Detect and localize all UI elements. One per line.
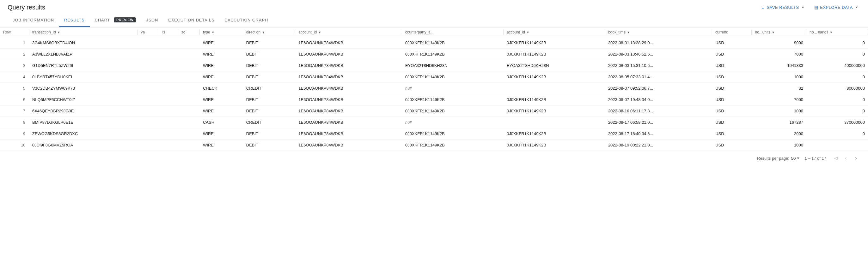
table-row: 13G4KMS8GBXTD4IONWIREDEBIT1E6OOAUNKP84WD… [0, 37, 868, 49]
per-page-chevron-icon [797, 157, 799, 159]
save-results-icon: ⇣ [761, 5, 765, 10]
sort-icon-no-nanos: ▼ [830, 31, 833, 34]
results-table-container: Row transaction_id ▼ va is [0, 28, 868, 151]
sort-icon-direction: ▼ [262, 31, 265, 34]
tab-json[interactable]: JSON [141, 14, 163, 27]
sort-icon-book-time: ▼ [627, 31, 630, 34]
sort-icon-transaction-id: ▼ [57, 31, 60, 34]
results-range: 1 – 17 of 17 [804, 156, 826, 161]
save-results-label: SAVE RESULTS [767, 5, 799, 10]
chart-preview-badge: PREVIEW [114, 17, 136, 23]
page-title: Query results [8, 4, 45, 11]
col-currency: currenc [712, 28, 752, 37]
pagination-nav: ⊲ ‹ › [831, 154, 860, 162]
save-results-button[interactable]: ⇣ SAVE RESULTS [758, 4, 807, 11]
next-page-button[interactable]: › [851, 154, 860, 162]
col-type[interactable]: type ▼ [200, 28, 243, 37]
table-row: 2A3WLL2XLNBJVAIZPWIREDEBIT1E6OOAUNKP84WD… [0, 49, 868, 60]
per-page-value: 50 [791, 156, 796, 161]
sort-icon-cp-account-id: ▼ [526, 31, 529, 34]
header-actions: ⇣ SAVE RESULTS ▤ EXPLORE DATA [758, 4, 860, 11]
table-header-row: Row transaction_id ▼ va is [0, 28, 868, 37]
col-cp-account-id[interactable]: account_id ▼ [503, 28, 605, 37]
table-row: 3G1D5EN7RTL5ZW26IWIREDEBIT1E6OOAUNKP84WD… [0, 60, 868, 71]
col-so: so [178, 28, 200, 37]
tab-execution-graph[interactable]: EXECUTION GRAPH [219, 14, 273, 27]
tab-results[interactable]: RESULTS [59, 14, 90, 27]
explore-data-icon: ▤ [814, 5, 818, 10]
results-per-page-label: Results per page: [757, 156, 789, 161]
save-results-chevron-icon [802, 7, 804, 8]
col-transaction-id[interactable]: transaction_id ▼ [29, 28, 138, 37]
table-row: 5V3C2DB4ZYMW69K70CHECKCREDIT1E6OOAUNKP84… [0, 83, 868, 94]
tab-chart[interactable]: CHART PREVIEW [90, 13, 141, 27]
tab-execution-details[interactable]: EXECUTION DETAILS [163, 14, 219, 27]
table-row: 100JDI9F8G6MVZ5ROAWIREDEBIT1E6OOAUNKP84W… [0, 140, 868, 151]
tab-job-information[interactable]: JOB INFORMATION [8, 14, 59, 27]
page-header: Query results ⇣ SAVE RESULTS ▤ EXPLORE D… [0, 0, 868, 13]
tabs-bar: JOB INFORMATION RESULTS CHART PREVIEW JS… [0, 13, 868, 28]
first-page-button[interactable]: ⊲ [831, 154, 840, 162]
col-account-id[interactable]: account_id ▼ [295, 28, 402, 37]
col-va: va [138, 28, 159, 37]
explore-data-label: EXPLORE DATA [820, 5, 853, 10]
table-footer: Results per page: 50 1 – 17 of 17 ⊲ ‹ › [0, 151, 868, 165]
prev-page-button[interactable]: ‹ [841, 154, 850, 162]
col-no-units[interactable]: no...units ▼ [752, 28, 806, 37]
table-row: 9ZEWOG5KDS8GR2DXCWIREDEBIT1E6OOAUNKP84WD… [0, 128, 868, 140]
explore-data-button[interactable]: ▤ EXPLORE DATA [812, 4, 860, 11]
table-row: 6NLQ5MPF5CCHWT0IZWIREDEBIT1E6OOAUNKP84WD… [0, 94, 868, 105]
col-book-time[interactable]: book_time ▼ [605, 28, 712, 37]
per-page-select[interactable]: 50 [791, 156, 799, 161]
col-row: Row [0, 28, 29, 37]
col-is: is [159, 28, 178, 37]
table-row: 40LBYRT457YDH0KEIWIREDEBIT1E6OOAUNKP84WD… [0, 71, 868, 83]
sort-icon-account-id: ▼ [318, 31, 321, 34]
col-direction[interactable]: direction ▼ [243, 28, 296, 37]
sort-icon-type: ▼ [212, 31, 215, 34]
table-row: 76X46QEY0GR29JG3EWIREDEBIT1E6OOAUNKP84WD… [0, 105, 868, 117]
sort-icon-no-units: ▼ [772, 31, 775, 34]
table-row: 8BMIP87LGKGLP6E1ECASHCREDIT1E6OOAUNKP84W… [0, 117, 868, 128]
results-per-page: Results per page: 50 [757, 156, 799, 161]
results-table: Row transaction_id ▼ va is [0, 28, 868, 151]
col-no-nanos[interactable]: no... nanos ▼ [806, 28, 868, 37]
col-counterparty: counterparty_a... [402, 28, 503, 37]
explore-data-chevron-icon [855, 7, 858, 8]
